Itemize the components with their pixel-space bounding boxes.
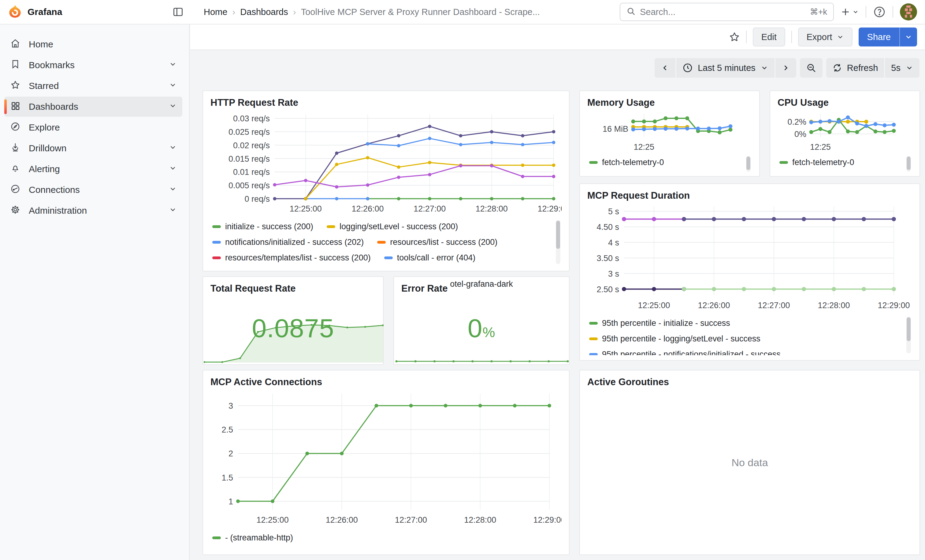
svg-text:0.005 req/s: 0.005 req/s: [229, 181, 270, 190]
legend-item[interactable]: tools/call - error (404): [384, 253, 476, 263]
avatar[interactable]: [900, 3, 917, 21]
panel-mcp-request-duration: MCP Request Duration 5 s4.50 s4 s3.50 s3…: [579, 183, 920, 361]
duration-legend: 95th percentile - initialize - success95…: [587, 315, 912, 355]
stat-value: 0%: [394, 313, 569, 343]
grafana-logo-icon[interactable]: [8, 4, 22, 20]
share-dropdown-button[interactable]: [899, 27, 917, 47]
panel-title[interactable]: CPU Usage: [777, 96, 912, 110]
http-legend: initialize - success (200)logging/setLev…: [211, 218, 562, 266]
svg-text:4.50 s: 4.50 s: [597, 222, 619, 232]
chevron-down-icon[interactable]: [169, 81, 177, 91]
legend-item[interactable]: initialize - success (200): [212, 222, 313, 231]
legend-item[interactable]: resources/templates/list - success (200): [212, 253, 371, 263]
refresh-label: Refresh: [847, 63, 878, 73]
panel-title[interactable]: MCP Request Duration: [587, 189, 912, 203]
breadcrumb-dashboards[interactable]: Dashboards: [240, 7, 288, 17]
legend-item[interactable]: 95th percentile - notifications/initiali…: [589, 350, 780, 355]
svg-text:0.01 req/s: 0.01 req/s: [233, 168, 270, 177]
zoom-out-button[interactable]: [800, 58, 823, 78]
panel-title[interactable]: HTTP Request Rate: [211, 96, 562, 110]
mcp-active-connections-chart[interactable]: 32.521.5112:25:0012:26:0012:27:0012:28:0…: [211, 389, 562, 530]
sidebar-item-connections[interactable]: Connections: [4, 180, 182, 200]
svg-text:12:27:00: 12:27:00: [395, 515, 427, 524]
legend-item[interactable]: 95th percentile - initialize - success: [589, 318, 730, 328]
edit-button[interactable]: Edit: [753, 27, 785, 47]
chevron-down-icon[interactable]: [169, 206, 177, 216]
panel-cpu-usage: CPU Usage 0.2%0%12:25 fetch-telemetry-0: [770, 90, 920, 177]
mcp-request-duration-chart[interactable]: 5 s4.50 s4 s3.50 s3 s2.50 s12:25:0012:26…: [587, 203, 912, 315]
search-input[interactable]: Search... ⌘+k: [620, 3, 834, 21]
sidebar-item-dashboards[interactable]: Dashboards: [4, 97, 182, 117]
breadcrumb: Home › Dashboards › ToolHive MCP Server …: [190, 7, 540, 17]
star-icon: [11, 80, 20, 92]
legend-scrollbar[interactable]: [746, 156, 751, 172]
sidebar-item-label: Explore: [29, 122, 60, 133]
error-rate-sparkline[interactable]: [395, 354, 569, 364]
svg-text:1.5: 1.5: [221, 473, 233, 482]
chevron-down-icon[interactable]: [169, 143, 177, 153]
legend-item[interactable]: fetch-telemetry-0: [779, 158, 854, 167]
share-button[interactable]: Share: [859, 27, 899, 47]
dashboards-icon: [11, 101, 20, 113]
add-new-button[interactable]: [841, 7, 859, 17]
time-shift-back-button[interactable]: [655, 58, 675, 78]
panel-error-rate: Error Rate otel-grafana-dark 0%: [393, 276, 569, 365]
sidebar-item-home[interactable]: Home: [4, 34, 182, 54]
chevron-down-icon[interactable]: [169, 185, 177, 195]
http-request-rate-chart[interactable]: 0.03 req/s0.025 req/s0.02 req/s0.015 req…: [211, 110, 562, 218]
chevron-down-icon: [904, 33, 913, 41]
chevron-down-icon[interactable]: [169, 60, 177, 70]
legend-item[interactable]: - (streamable-http): [212, 533, 293, 543]
breadcrumb-home[interactable]: Home: [204, 7, 227, 17]
svg-text:12:28:00: 12:28:00: [818, 301, 850, 310]
refresh-button[interactable]: Refresh: [826, 58, 884, 78]
chevron-down-icon[interactable]: [169, 164, 177, 174]
legend-scrollbar[interactable]: [906, 317, 911, 353]
legend-scrollbar[interactable]: [556, 220, 560, 264]
refresh-interval-picker[interactable]: 5s: [885, 58, 919, 78]
sidebar-item-label: Connections: [29, 185, 80, 195]
top-nav: Grafana Home › Dashboards › ToolHive MCP…: [0, 0, 925, 24]
help-button[interactable]: [873, 6, 886, 18]
legend-item[interactable]: 95th percentile - logging/setLevel - suc…: [589, 334, 761, 344]
svg-text:3: 3: [229, 401, 233, 410]
legend-item[interactable]: fetch-telemetry-0: [589, 158, 664, 167]
panel-title[interactable]: Total Request Rate: [211, 282, 376, 295]
svg-text:12:25:00: 12:25:00: [257, 515, 289, 524]
sidebar-toggle-icon[interactable]: [173, 6, 184, 17]
memory-usage-chart[interactable]: 16 MiB12:25: [587, 110, 752, 154]
sidebar-item-bookmarks[interactable]: Bookmarks: [4, 55, 182, 75]
svg-text:12:29:00: 12:29:00: [533, 515, 562, 524]
chevron-down-icon[interactable]: [169, 102, 177, 112]
time-shift-forward-button[interactable]: [776, 58, 796, 78]
chevron-down-icon: [905, 64, 913, 72]
favorite-star-button[interactable]: [729, 32, 740, 42]
svg-text:1: 1: [229, 497, 233, 506]
refresh-icon: [832, 63, 842, 73]
panel-mcp-active-connections: MCP Active Connections 32.521.5112:25:00…: [202, 370, 569, 555]
memory-legend: fetch-telemetry-0: [587, 154, 752, 174]
app-title: Grafana: [27, 7, 62, 17]
panel-title[interactable]: MCP Active Connections: [211, 375, 562, 389]
legend-scrollbar[interactable]: [906, 156, 911, 172]
svg-text:12:27:00: 12:27:00: [758, 301, 790, 310]
legend-item[interactable]: resources/list - success (200): [377, 237, 497, 247]
panel-title[interactable]: Memory Usage: [587, 96, 752, 110]
legend-item[interactable]: logging/setLevel - success (200): [327, 222, 458, 231]
sidebar-item-drilldown[interactable]: Drilldown: [4, 138, 182, 158]
time-range-picker[interactable]: Last 5 minutes: [676, 58, 774, 78]
cpu-usage-chart[interactable]: 0.2%0%12:25: [777, 110, 912, 154]
svg-text:12:25: 12:25: [634, 143, 655, 152]
sidebar-item-administration[interactable]: Administration: [4, 201, 182, 221]
sidebar-item-starred[interactable]: Starred: [4, 76, 182, 96]
sidebar-item-alerting[interactable]: Alerting: [4, 159, 182, 179]
legend-item[interactable]: notifications/initialized - success (202…: [212, 237, 364, 247]
breadcrumb-separator: ›: [293, 7, 296, 17]
export-button[interactable]: Export: [798, 27, 853, 47]
nav-right: Search... ⌘+k: [620, 3, 925, 21]
chevron-left-icon: [661, 64, 669, 72]
sidebar-item-explore[interactable]: Explore: [4, 117, 182, 138]
share-button-group: Share: [859, 27, 917, 47]
svg-text:2.5: 2.5: [221, 425, 233, 434]
error-unit: %: [482, 324, 495, 340]
